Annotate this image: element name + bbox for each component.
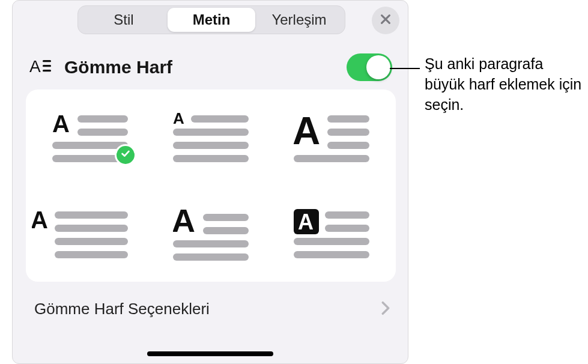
dropcap-title: Gömme Harf [64, 57, 335, 77]
svg-rect-25 [203, 214, 249, 221]
svg-rect-12 [173, 142, 249, 149]
svg-text:A: A [29, 58, 41, 76]
checkmark-icon [120, 148, 131, 162]
svg-rect-23 [55, 251, 128, 258]
svg-rect-34 [294, 251, 369, 258]
dropcap-options-row[interactable]: Gömme Harf Seçenekleri [34, 300, 390, 318]
dropcap-style-5[interactable]: A [173, 207, 249, 261]
chevron-right-icon [381, 301, 390, 318]
svg-rect-17 [327, 142, 369, 149]
svg-rect-31 [325, 211, 369, 219]
tab-layout[interactable]: Yerleşim [255, 8, 343, 32]
callout-leader-line [390, 68, 420, 69]
svg-rect-13 [173, 155, 249, 162]
svg-rect-10 [191, 115, 249, 123]
toggle-knob [366, 55, 390, 79]
svg-rect-21 [55, 225, 128, 232]
svg-text:A: A [173, 111, 184, 127]
dropcap-style-1[interactable]: A [52, 111, 128, 165]
format-panel: Stil Metin Yerleşim A Gömme Harf A [12, 0, 408, 364]
dropcap-style-2[interactable]: A [173, 111, 249, 165]
home-indicator[interactable] [147, 351, 273, 356]
dropcap-toggle[interactable] [347, 53, 392, 81]
svg-text:A: A [298, 210, 314, 234]
dropcap-options-label: Gömme Harf Seçenekleri [34, 300, 210, 318]
svg-rect-11 [173, 129, 249, 136]
dropcap-section-icon: A [28, 56, 52, 78]
svg-rect-20 [55, 211, 128, 219]
close-button[interactable] [372, 7, 399, 34]
svg-rect-1 [43, 60, 51, 62]
svg-rect-33 [294, 238, 369, 245]
svg-rect-5 [77, 115, 128, 123]
svg-text:A: A [294, 111, 320, 153]
svg-text:A: A [52, 111, 70, 137]
svg-rect-16 [327, 129, 369, 136]
svg-rect-3 [43, 70, 51, 71]
dropcap-styles-grid: A A A [26, 89, 396, 282]
dropcap-style-3[interactable]: A [294, 111, 369, 165]
svg-text:A: A [173, 207, 195, 238]
svg-rect-32 [325, 225, 369, 232]
tab-text[interactable]: Metin [168, 8, 255, 32]
svg-rect-28 [173, 253, 249, 261]
format-tabs: Stil Metin Yerleşim [77, 5, 345, 34]
dropcap-style-4[interactable]: A [32, 207, 128, 261]
svg-rect-26 [203, 227, 249, 234]
svg-rect-22 [55, 238, 128, 245]
svg-text:A: A [32, 207, 48, 233]
selected-checkmark [115, 144, 136, 166]
tab-style[interactable]: Stil [80, 8, 168, 32]
svg-rect-15 [327, 115, 369, 123]
dropcap-section-row: A Gömme Harf [28, 53, 392, 81]
svg-rect-2 [43, 65, 51, 67]
svg-rect-18 [294, 155, 369, 162]
svg-rect-27 [173, 240, 249, 247]
close-icon [379, 13, 392, 28]
callout-text: Şu anki paragrafa büyük harf eklemek içi… [425, 54, 584, 115]
svg-rect-6 [77, 129, 128, 136]
dropcap-style-6[interactable]: A [294, 207, 369, 261]
